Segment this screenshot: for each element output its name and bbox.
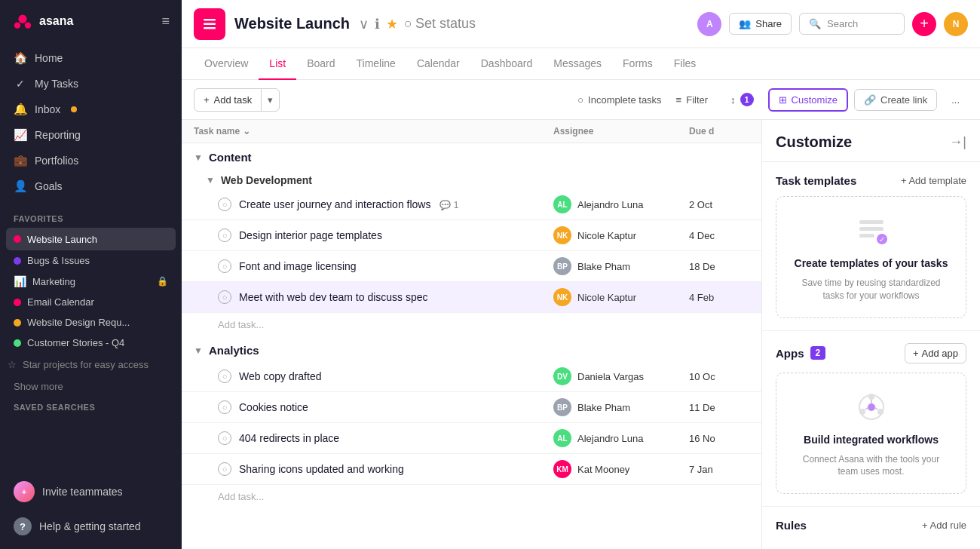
sidebar-item-reporting[interactable]: 📈 Reporting [6,122,176,148]
task-check[interactable]: ○ [218,400,231,414]
tab-timeline[interactable]: Timeline [346,48,406,80]
set-status-btn[interactable]: ○ Set status [404,16,476,32]
add-app-btn[interactable]: + Add app [905,343,966,363]
task-check[interactable]: ○ [218,259,231,273]
add-button[interactable]: + [912,12,936,36]
task-row[interactable]: ○ Web copy drafted DV Daniela Vargas 10 … [182,361,761,392]
task-check[interactable]: ○ [218,431,231,445]
circle-icon: ○ [404,16,412,32]
sidebar-item-inbox[interactable]: 🔔 Inbox [6,97,176,122]
section-content[interactable]: ▼ Content [182,143,761,168]
incomplete-tasks-btn[interactable]: ○ Incomplete tasks [577,94,661,106]
fav-item-email-calendar[interactable]: Email Calendar [6,292,176,312]
saved-searches-label: Saved searches [0,397,182,415]
filter-btn[interactable]: ≡ Filter [668,89,716,111]
sidebar-item-goals[interactable]: 👤 Goals [6,173,176,199]
asana-logo[interactable]: asana [12,11,73,32]
fav-item-customer-stories[interactable]: Customer Stories - Q4 [6,333,176,353]
task-assignee: BP Blake Pham [553,257,689,275]
add-task-row[interactable]: Add task... [182,313,761,336]
star-icon: ☆ [8,359,17,370]
tab-overview[interactable]: Overview [194,48,259,80]
task-check[interactable]: ○ [218,462,231,476]
bell-icon: 🔔 [14,103,27,116]
sidebar-item-my-tasks[interactable]: ✓ My Tasks [6,71,176,97]
section-analytics[interactable]: ▼ Analytics [182,336,761,361]
task-row[interactable]: ○ Create user journey and interaction fl… [182,189,761,220]
more-options-btn[interactable]: ... [943,89,968,111]
add-task-row[interactable]: Add task... [182,485,761,508]
task-check[interactable]: ○ [218,198,231,211]
task-templates-title: Task templates [776,174,856,187]
svg-point-1 [14,22,20,28]
task-row[interactable]: ○ Sharing icons updated and working KM K… [182,454,761,485]
invite-teammates[interactable]: + Invite teammates [6,474,176,510]
show-more[interactable]: Show more [0,376,182,397]
panel-close-btn[interactable]: →| [949,134,966,150]
add-task-button[interactable]: + Add task ▾ [194,88,280,112]
share-button[interactable]: 👥 Share [729,13,792,35]
add-task-main[interactable]: + Add task [194,89,262,111]
fav-dot [14,235,21,243]
customize-button[interactable]: ⊞ Customize [768,88,848,112]
main-area: Website Launch ∨ ℹ ★ ○ Set status A 👥 Sh… [182,0,980,549]
help-icon: ? [14,517,32,535]
create-link-button[interactable]: 🔗 Create link [854,89,937,111]
template-icon: ✓ [853,212,890,250]
search-bar[interactable]: 🔍 Search [799,13,905,35]
apps-section: Apps 2 + Add app [762,331,980,508]
task-name: Meet with web dev team to discuss spec [239,291,553,303]
tab-dashboard[interactable]: Dashboard [470,48,544,80]
add-template-btn[interactable]: + Add template [901,175,966,186]
task-row[interactable]: ○ Font and image licensing BP Blake Pham… [182,251,761,282]
user-avatar-1[interactable]: A [697,12,721,36]
tab-board[interactable]: Board [296,48,345,80]
task-comment-count[interactable]: 💬 1 [439,200,458,210]
table-header: Task name ⌄ Assignee Due d [182,120,761,143]
fav-item-marketing[interactable]: 📊 Marketing 🔒 [6,271,176,292]
apps-title: Apps [776,347,804,360]
task-check[interactable]: ○ [218,290,231,304]
add-task-dropdown[interactable]: ▾ [262,89,279,111]
svg-rect-6 [859,220,884,224]
sidebar-item-portfolios[interactable]: 💼 Portfolios [6,148,176,173]
sidebar-item-label: Inbox [35,103,60,115]
sidebar-item-home[interactable]: 🏠 Home [6,45,176,71]
sort-btn[interactable]: ↕ 1 [722,87,762,112]
task-check[interactable]: ○ [218,370,231,383]
sidebar-toggle[interactable]: ≡ [161,14,170,29]
help-label: Help & getting started [39,520,141,532]
info-icon[interactable]: ℹ [375,16,380,32]
task-row[interactable]: ○ Design interior page templates NK Nico… [182,220,761,251]
chevron-down-icon[interactable]: ∨ [359,16,369,32]
user-avatar-2[interactable]: N [944,12,968,36]
sidebar-header: asana ≡ [0,0,182,42]
fav-item-website-launch[interactable]: Website Launch ··· [6,228,176,250]
svg-point-2 [25,22,31,28]
assignee-avatar: AL [553,429,571,447]
create-link-label: Create link [880,94,927,106]
add-rule-btn[interactable]: + Add rule [922,520,966,531]
task-row[interactable]: ○ Meet with web dev team to discuss spec… [182,282,761,313]
fav-item-website-design[interactable]: Website Design Requ... [6,312,176,333]
fav-item-bugs-issues[interactable]: Bugs & Issues [6,250,176,271]
tab-messages[interactable]: Messages [543,48,612,80]
help-getting-started[interactable]: ? Help & getting started [6,510,176,543]
apps-card-title: Build integrated workflows [804,434,939,446]
apps-header: Apps 2 + Add app [776,343,966,363]
task-check[interactable]: ○ [218,228,231,242]
sidebar-item-label: Goals [35,180,63,192]
check-icon: ✓ [14,77,27,90]
assignee-name: Kat Mooney [577,464,629,475]
tab-calendar[interactable]: Calendar [406,48,470,80]
tab-forms[interactable]: Forms [612,48,663,80]
rules-section: Rules + Add rule [762,507,980,544]
subsection-web-development[interactable]: ▼ Web Development [182,168,761,189]
task-name: Sharing icons updated and working [239,463,553,475]
task-row[interactable]: ○ 404 redirects in place AL Alejandro Lu… [182,423,761,454]
tab-files[interactable]: Files [663,48,707,80]
task-row[interactable]: ○ Cookies notice BP Blake Pham 11 De [182,392,761,423]
task-due: 18 De [689,261,749,272]
tab-list[interactable]: List [259,48,296,80]
star-filled-icon[interactable]: ★ [386,16,398,32]
